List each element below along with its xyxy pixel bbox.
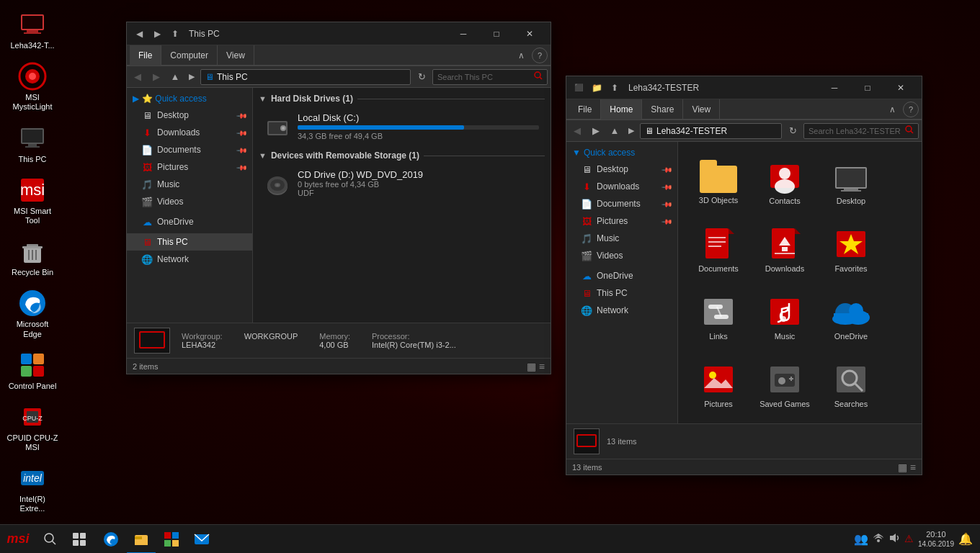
desktop-icon-msi-mystic[interactable]: MSI MysticLight (4, 59, 61, 114)
win1-maximize[interactable]: □ (480, 22, 513, 45)
sidebar-item-onedrive[interactable]: ☁ OneDrive (127, 213, 252, 230)
titlebar-icon-w2-1[interactable]: ⬛ (571, 81, 587, 94)
titlebar-icon-3[interactable]: ⬆ (167, 27, 183, 40)
win2-maximize[interactable]: □ (851, 76, 884, 99)
taskbar-explorer[interactable] (127, 525, 156, 554)
titlebar-icon-1[interactable]: ◀ (131, 27, 147, 40)
sidebar-item-desktop[interactable]: 🖥 Desktop 📌 (127, 107, 252, 124)
view-tiles-icon[interactable]: ▦ (527, 361, 536, 372)
drive-item-c[interactable]: Local Disk (C:) 34,3 GB free of 49,4 GB (259, 108, 545, 145)
tab-home-w2[interactable]: Home (601, 99, 642, 120)
sidebar-item-music[interactable]: 🎵 Music (127, 176, 252, 193)
w2-back-btn[interactable]: ◀ (569, 123, 585, 139)
w2-refresh-btn[interactable]: ↻ (785, 123, 801, 139)
desktop-icon-this-pc[interactable]: This PC (4, 121, 61, 167)
taskbar-edge[interactable] (97, 525, 125, 554)
sidebar-w2-downloads[interactable]: ⬇ Downloads 📌 (566, 178, 677, 195)
tab-file-w2[interactable]: File (569, 99, 601, 120)
sidebar-w2-pictures[interactable]: 🖼 Pictures 📌 (566, 212, 677, 230)
grid-item-3d-objects[interactable]: 3D Objects (687, 150, 750, 215)
grid-item-documents[interactable]: Documents (687, 218, 750, 283)
help-btn-w1[interactable]: ? (532, 48, 548, 63)
grid-item-favorites[interactable]: Favorites (819, 218, 883, 283)
drive-item-d[interactable]: CD Drive (D:) WD_DVD_2019 0 bytes free o… (259, 165, 545, 202)
sidebar-item-pictures[interactable]: 🖼 Pictures 📌 (127, 158, 252, 176)
view-list-icon-w2[interactable]: ≡ (910, 462, 916, 473)
removable-collapse-arrow[interactable]: ▼ (259, 151, 267, 160)
tab-share-w2[interactable]: Share (642, 99, 683, 120)
svg-rect-10 (25, 146, 40, 148)
w2-forward-btn[interactable]: ▶ (588, 123, 604, 139)
tab-file-w1[interactable]: File (130, 45, 161, 66)
tray-people-icon[interactable]: 👥 (854, 532, 868, 546)
sidebar-item-videos[interactable]: 🎬 Videos (127, 193, 252, 210)
tab-view-w2[interactable]: View (683, 99, 720, 120)
w1-search-field[interactable]: Search This PC (432, 69, 548, 85)
w1-forward-btn[interactable]: ▶ (148, 69, 164, 85)
sidebar-qa-header-w2[interactable]: ▼ Quick access (566, 145, 677, 161)
desktop-icon-leha342[interactable]: Leha342-T... (4, 7, 61, 53)
w2-up-btn[interactable]: ▲ (607, 123, 623, 139)
grid-item-pictures[interactable]: Pictures (687, 354, 750, 418)
tray-volume-icon[interactable] (888, 532, 900, 545)
titlebar-icon-w2-2[interactable]: 📁 (589, 81, 605, 94)
desktop-icon-control-panel[interactable]: Control Panel (4, 348, 61, 394)
grid-item-saved-games[interactable]: Saved Games (753, 354, 816, 418)
taskbar-task-view[interactable] (65, 525, 94, 554)
grid-item-contacts[interactable]: Contacts (753, 150, 816, 215)
drive-c-name: Local Disk (C:) (298, 112, 539, 123)
taskbar-clock[interactable]: 20:10 14.06.2019 (918, 529, 954, 549)
taskbar-store[interactable] (157, 525, 186, 554)
sidebar-w2-videos[interactable]: 🎬 Videos (566, 247, 677, 264)
sidebar-item-network[interactable]: 🌐 Network (127, 251, 252, 268)
sidebar-w2-desktop[interactable]: 🖥 Desktop 📌 (566, 161, 677, 178)
view-list-icon[interactable]: ≡ (539, 361, 545, 372)
w1-address-field[interactable]: 🖥 This PC (200, 69, 411, 85)
ribbon-collapse[interactable]: ∧ (513, 48, 529, 63)
ribbon-collapse-w2[interactable]: ∧ (884, 102, 900, 117)
grid-item-onedrive[interactable]: OneDrive (819, 286, 883, 351)
win2-close[interactable]: ✕ (884, 76, 917, 99)
grid-item-searches[interactable]: Searches (819, 354, 883, 418)
w2-search-field[interactable]: Search Leha342-TESTER (803, 123, 919, 139)
sidebar-w2-music[interactable]: 🎵 Music (566, 230, 677, 247)
grid-item-downloads[interactable]: Downloads (753, 218, 816, 283)
sidebar-w2-documents[interactable]: 📄 Documents 📌 (566, 195, 677, 212)
w1-refresh-btn[interactable]: ↻ (414, 69, 429, 85)
hdd-collapse-arrow[interactable]: ▼ (259, 94, 267, 103)
titlebar-icon-w2-3[interactable]: ⬆ (607, 81, 623, 94)
grid-item-music[interactable]: Music (753, 286, 816, 351)
w1-up-btn[interactable]: ▲ (167, 69, 183, 85)
view-tiles-icon-w2[interactable]: ▦ (898, 462, 907, 473)
taskbar-search-btn[interactable] (36, 525, 65, 554)
sidebar-w2-this-pc[interactable]: 🖥 This PC (566, 284, 677, 302)
tab-computer-w1[interactable]: Computer (161, 45, 218, 66)
help-btn-w2[interactable]: ? (903, 102, 919, 117)
win1-close[interactable]: ✕ (513, 22, 546, 45)
tray-network-icon[interactable] (873, 532, 884, 545)
window1-address-bar: ◀ ▶ ▲ ▶ 🖥 This PC ↻ Search This PC (127, 66, 551, 88)
sidebar-quick-access-header[interactable]: ▶ ⭐ Quick access (127, 91, 252, 107)
w2-address-field[interactable]: 🖥 Leha342-TESTER (640, 123, 782, 139)
grid-item-links[interactable]: Links (687, 286, 750, 351)
sidebar-w2-onedrive[interactable]: ☁ OneDrive (566, 267, 677, 284)
win2-minimize[interactable]: ─ (818, 76, 851, 99)
desktop-icon-edge[interactable]: Microsoft Edge (4, 286, 61, 341)
w1-back-btn[interactable]: ◀ (130, 69, 146, 85)
tray-notification-icon[interactable]: 🔔 (958, 532, 973, 546)
sidebar-w2-network[interactable]: 🌐 Network (566, 302, 677, 319)
desktop-icon-cpuid[interactable]: CPU-Z CPUID CPU-Z MSI (4, 400, 61, 455)
desktop-icon-recycle-bin[interactable]: Recycle Bin (4, 234, 61, 280)
tray-warning-icon[interactable]: ⚠ (904, 533, 914, 544)
win1-minimize[interactable]: ─ (447, 22, 480, 45)
grid-item-desktop-folder[interactable]: Desktop (819, 150, 883, 215)
sidebar-item-downloads[interactable]: ⬇ Downloads 📌 (127, 124, 252, 141)
sidebar-item-documents[interactable]: 📄 Documents 📌 (127, 141, 252, 158)
desktop-icon-msi-smart[interactable]: msi MSI Smart Tool (4, 173, 61, 228)
titlebar-icon-2[interactable]: ▶ (149, 27, 165, 40)
sidebar-item-this-pc[interactable]: 🖥 This PC (127, 233, 252, 251)
desktop-icon-intel[interactable]: intel Intel(R) Extre... (4, 461, 61, 516)
taskbar-mail[interactable] (187, 525, 216, 554)
tab-view-w1[interactable]: View (218, 45, 254, 66)
start-button[interactable]: msi (0, 525, 36, 554)
